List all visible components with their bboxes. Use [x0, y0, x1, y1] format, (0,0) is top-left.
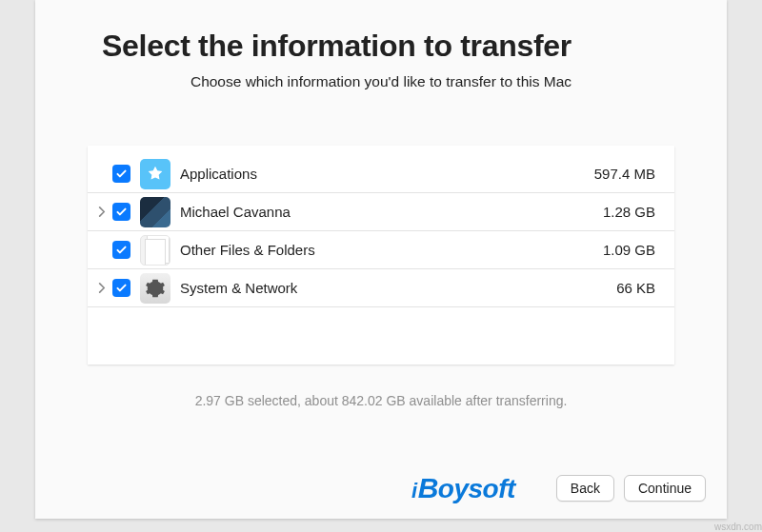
- checkbox[interactable]: [112, 279, 130, 297]
- documents-icon: [140, 235, 170, 266]
- page-subtitle: Choose which information you'd like to t…: [35, 73, 727, 117]
- item-label: Other Files & Folders: [180, 242, 603, 258]
- item-label: Applications: [180, 166, 594, 182]
- item-label: System & Network: [180, 280, 616, 296]
- footer-buttons: Back Continue: [556, 475, 706, 502]
- continue-button[interactable]: Continue: [624, 475, 706, 502]
- chevron-right-icon[interactable]: [93, 281, 109, 296]
- list-item[interactable]: System & Network 66 KB: [88, 269, 674, 307]
- user-desktop-icon: [140, 197, 170, 227]
- list-item[interactable]: Michael Cavanna 1.28 GB: [88, 193, 674, 231]
- disclosure-icon: [93, 167, 109, 182]
- page-title: Select the information to transfer: [35, 0, 727, 73]
- iboysoft-logo: iBoysoft: [411, 472, 515, 504]
- watermark-text: wsxdn.com: [714, 522, 762, 532]
- transfer-items-list: Applications 597.4 MB Michael Cavanna 1.…: [88, 146, 674, 365]
- chevron-right-icon[interactable]: [93, 205, 109, 220]
- checkbox[interactable]: [112, 241, 130, 259]
- item-size: 1.09 GB: [603, 242, 655, 258]
- system-preferences-icon: [140, 273, 170, 304]
- list-item[interactable]: Other Files & Folders 1.09 GB: [88, 231, 674, 269]
- status-text: 2.97 GB selected, about 842.02 GB availa…: [35, 393, 727, 408]
- item-size: 1.28 GB: [603, 204, 655, 220]
- item-size: 66 KB: [616, 280, 655, 296]
- item-label: Michael Cavanna: [180, 204, 603, 220]
- checkbox[interactable]: [112, 203, 130, 221]
- migration-assistant-window: Select the information to transfer Choos…: [35, 0, 727, 519]
- list-item[interactable]: Applications 597.4 MB: [88, 155, 674, 193]
- item-size: 597.4 MB: [594, 166, 655, 182]
- disclosure-icon: [93, 243, 109, 258]
- back-button[interactable]: Back: [556, 475, 614, 502]
- applications-folder-icon: [140, 159, 170, 189]
- checkbox[interactable]: [112, 165, 130, 183]
